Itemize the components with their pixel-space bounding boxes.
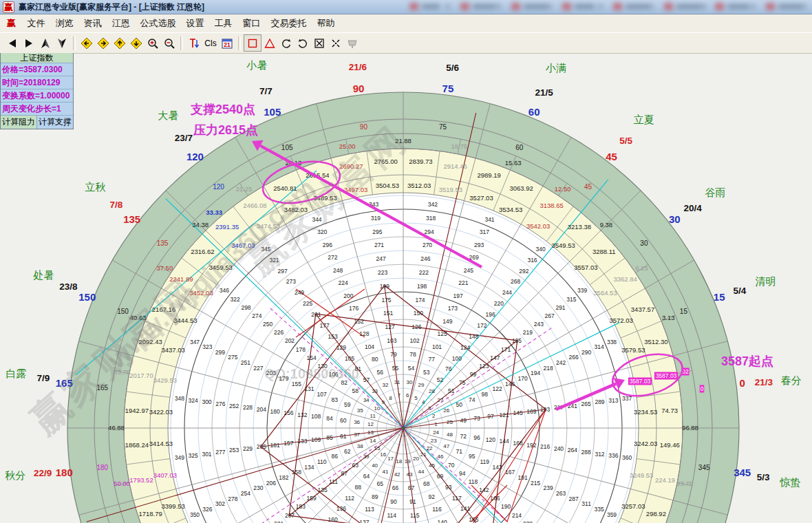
svg-text:95: 95 xyxy=(469,453,476,460)
svg-text:56: 56 xyxy=(377,369,384,376)
menu-item-8[interactable]: 窗口 xyxy=(237,15,266,32)
menu-item-9[interactable]: 交易委托 xyxy=(266,15,312,32)
toolbar-diamond-left-button[interactable] xyxy=(78,35,95,51)
toolbar-screen-tool-button[interactable] xyxy=(344,35,361,51)
svg-text:85: 85 xyxy=(326,434,333,441)
toolbar-diamond-down-button[interactable] xyxy=(128,35,145,51)
svg-text:55: 55 xyxy=(392,365,399,372)
svg-text:191: 191 xyxy=(518,474,528,481)
svg-text:150: 150 xyxy=(117,308,129,315)
blurred-browser-tabs xyxy=(399,0,812,13)
svg-text:133: 133 xyxy=(297,438,307,445)
toolbar-rotate-ccw-button[interactable] xyxy=(278,35,295,51)
toolbar-zoom-out-button[interactable] xyxy=(161,35,178,51)
svg-text:324: 324 xyxy=(189,397,198,404)
svg-text:3063.92: 3063.92 xyxy=(509,184,533,192)
svg-text:287: 287 xyxy=(569,495,579,502)
menu-logo[interactable]: 赢 xyxy=(0,15,22,32)
toolbar-nav-left-button[interactable] xyxy=(4,35,21,51)
svg-text:3527.03: 3527.03 xyxy=(469,194,493,202)
toolbar-rotate-cw-button[interactable] xyxy=(295,35,311,51)
svg-text:273: 273 xyxy=(286,278,296,285)
toolbar-nav-right-button[interactable] xyxy=(21,35,37,51)
svg-text:199: 199 xyxy=(380,283,389,290)
menu-item-6[interactable]: 设置 xyxy=(181,15,209,32)
menu-item-3[interactable]: 资讯 xyxy=(78,15,107,32)
svg-text:45: 45 xyxy=(429,462,435,469)
svg-text:214: 214 xyxy=(512,512,522,519)
svg-text:135: 135 xyxy=(123,213,140,225)
svg-text:204: 204 xyxy=(257,406,266,413)
svg-text:3.13: 3.13 xyxy=(662,314,675,321)
svg-text:3549.53: 3549.53 xyxy=(552,242,575,249)
zoom-out-icon xyxy=(163,37,175,50)
toolbar-box-select-button[interactable] xyxy=(311,35,328,51)
svg-text:3437.57: 3437.57 xyxy=(631,306,654,313)
menu-item-5[interactable]: 公式选股 xyxy=(135,15,181,32)
svg-text:254: 254 xyxy=(241,490,250,497)
svg-text:105: 105 xyxy=(345,355,354,362)
svg-text:313: 313 xyxy=(608,397,618,404)
svg-text:250: 250 xyxy=(263,321,273,328)
toolbar-zoom-in-button[interactable] xyxy=(145,35,161,51)
quote-panel-title: 上证指数 xyxy=(1,53,73,63)
toolbar-triangle-tool-button[interactable] xyxy=(261,35,278,51)
svg-text:115: 115 xyxy=(410,512,420,519)
svg-text:3213.38: 3213.38 xyxy=(568,223,591,231)
svg-text:359: 359 xyxy=(607,511,617,518)
svg-text:338: 338 xyxy=(607,339,617,345)
svg-text:45: 45 xyxy=(584,183,592,191)
blurred-tab-icon xyxy=(511,3,520,10)
calc-support-button[interactable]: 计算支撑 xyxy=(37,116,73,129)
svg-text:12.50: 12.50 xyxy=(555,185,571,193)
svg-text:白露: 白露 xyxy=(6,367,27,379)
blurred-tab-text xyxy=(727,4,749,9)
menu-item-2[interactable]: 浏览 xyxy=(50,15,78,32)
svg-text:320: 320 xyxy=(317,228,327,235)
svg-text:惊蛰: 惊蛰 xyxy=(780,476,801,488)
svg-text:108: 108 xyxy=(311,413,321,420)
svg-text:3572.03: 3572.03 xyxy=(609,317,632,324)
svg-text:105: 105 xyxy=(264,106,281,118)
nav-right-icon xyxy=(23,37,35,50)
menu-item-7[interactable]: 工具 xyxy=(209,15,237,32)
menu-item-10[interactable]: 帮助 xyxy=(312,15,340,32)
svg-text:314: 314 xyxy=(595,343,604,350)
svg-text:38: 38 xyxy=(357,443,363,449)
svg-text:179: 179 xyxy=(279,375,288,382)
svg-text:149.46: 149.46 xyxy=(660,441,680,449)
toolbar-peak-up-button[interactable] xyxy=(37,35,54,51)
svg-text:2466.08: 2466.08 xyxy=(243,202,266,209)
svg-text:102: 102 xyxy=(410,337,420,344)
svg-text:125: 125 xyxy=(438,330,447,337)
rotate-cw-icon xyxy=(297,37,309,50)
toolbar-diamond-up-button[interactable] xyxy=(111,35,128,51)
svg-text:3587.03: 3587.03 xyxy=(630,378,651,385)
svg-text:178: 178 xyxy=(296,346,306,353)
toolbar-peak-down-button[interactable] xyxy=(54,35,70,51)
toolbar-cls-button[interactable]: Cls xyxy=(202,35,219,51)
svg-text:21: 21 xyxy=(224,41,231,47)
toolbar-sort-time-button[interactable] xyxy=(186,35,202,51)
svg-text:105: 105 xyxy=(281,144,293,151)
svg-text:315: 315 xyxy=(566,296,576,303)
svg-text:276: 276 xyxy=(215,401,225,407)
svg-text:321: 321 xyxy=(269,257,279,264)
menu-item-4[interactable]: 江恩 xyxy=(107,15,135,32)
calc-resistance-button[interactable]: 计算阻力 xyxy=(1,116,37,129)
svg-text:50.00: 50.00 xyxy=(114,480,130,487)
toolbar-calendar-button[interactable]: 21 xyxy=(219,35,235,51)
toolbar-diamond-right-button[interactable] xyxy=(95,35,111,51)
toolbar-center-mark-button[interactable] xyxy=(328,35,344,51)
menu-item-1[interactable]: 文件 xyxy=(22,15,50,32)
svg-text:240: 240 xyxy=(554,445,564,452)
svg-text:3534.53: 3534.53 xyxy=(499,206,522,213)
blurred-tab-close xyxy=(649,4,654,9)
gann-wheel-chart[interactable]: 1234567891011121314151617181920212223242… xyxy=(0,0,812,523)
toolbar-rect-tool-button[interactable] xyxy=(244,34,261,52)
blurred-tab-icon xyxy=(409,3,418,10)
svg-text:45: 45 xyxy=(606,151,617,162)
svg-text:2540.81: 2540.81 xyxy=(273,184,297,192)
svg-text:127: 127 xyxy=(385,323,395,330)
svg-text:131: 131 xyxy=(304,385,314,392)
